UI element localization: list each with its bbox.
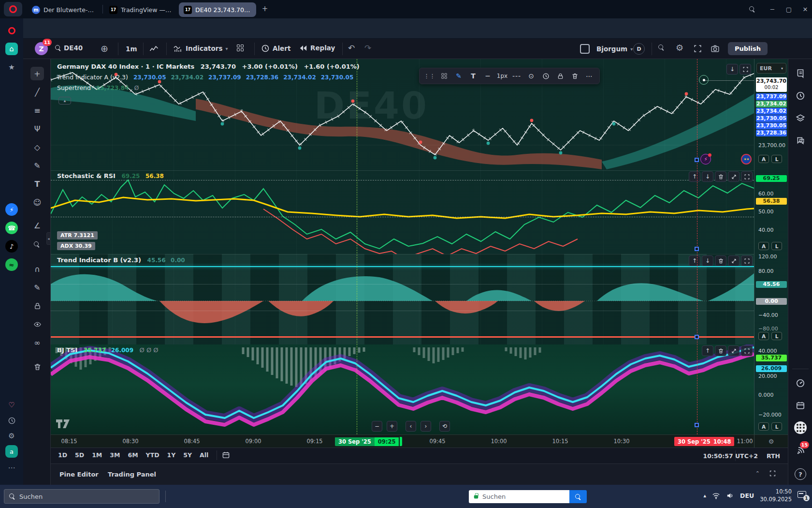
browser-tab-2[interactable]: 17 TradingView — Track All M xyxy=(104,2,177,17)
text-tool-icon[interactable]: T xyxy=(467,70,479,82)
indicator-templates-icon[interactable] xyxy=(237,45,244,51)
object-tree-layers-icon[interactable] xyxy=(794,111,807,125)
emoji-icon[interactable]: ☺ xyxy=(30,195,44,209)
trend-indicator-a-legend[interactable]: Trend Indicator A (v2.3) 23,730.05 23,73… xyxy=(57,74,353,81)
move-pane-up-button[interactable]: ↑ xyxy=(689,171,700,182)
trash-icon[interactable] xyxy=(568,70,581,82)
compare-add-icon[interactable]: ⊕ xyxy=(101,44,108,53)
messenger-icon[interactable]: ⚡ xyxy=(5,203,18,216)
zoom-out-button[interactable]: − xyxy=(372,421,382,432)
delete-pane-button[interactable] xyxy=(715,345,726,356)
range-1d[interactable]: 1D xyxy=(55,449,71,461)
scroll-left-button[interactable]: ‹ xyxy=(406,421,416,432)
line-style-icon[interactable]: ─ xyxy=(481,70,494,82)
restore-pane-button[interactable] xyxy=(741,171,753,182)
taskbar-search-box[interactable]: Suchen xyxy=(4,489,160,504)
pitchfork-icon[interactable]: Ψ xyxy=(30,122,44,135)
search-submit-button[interactable] xyxy=(569,490,587,503)
delete-pane-button[interactable] xyxy=(715,255,726,266)
tab-pine-editor[interactable]: Pine Editor xyxy=(59,471,99,478)
sync-drawings-icon[interactable]: ∞ xyxy=(30,336,44,349)
indicators-button[interactable]: Indicators ▾ xyxy=(173,44,228,53)
scroll-to-realtime-button[interactable]: ↓ xyxy=(726,64,738,75)
move-pane-up-button[interactable]: ↑ xyxy=(702,345,713,356)
range-ytd[interactable]: YTD xyxy=(143,449,163,461)
stochastic-pane-plot[interactable] xyxy=(51,170,754,254)
selection-handle[interactable] xyxy=(695,247,699,251)
hide-drawings-eye-icon[interactable] xyxy=(30,317,44,331)
bjtsi-legend[interactable]: BJ TSI 35.737 26.009 Ø Ø Ø xyxy=(57,346,159,354)
lock-drawings-icon[interactable] xyxy=(30,299,44,313)
supertrend-legend[interactable]: Supertrend 23,723.84 Ø xyxy=(57,84,139,91)
scroll-right-button[interactable]: › xyxy=(420,421,431,432)
market-gauge-icon[interactable] xyxy=(794,376,807,390)
zoom-in-button[interactable]: + xyxy=(387,421,397,432)
visibility-toggle[interactable]: Ø xyxy=(134,84,139,91)
auto-scale-button[interactable]: A xyxy=(758,155,769,163)
stoch-legend[interactable]: Stochastic & RSI 69.25 56.38 xyxy=(57,172,164,179)
range-5d[interactable]: 5D xyxy=(72,449,87,461)
keyboard-language[interactable]: DEU xyxy=(740,492,754,499)
eu-economic-event-icon[interactable]: ✶✶ xyxy=(741,154,752,164)
maximize-pane-button[interactable] xyxy=(740,64,751,75)
clock-utc-label[interactable]: 10:50:57 UTC+2 xyxy=(703,452,758,460)
tab-trading-panel[interactable]: Trading Panel xyxy=(108,471,156,478)
range-5y[interactable]: 5Y xyxy=(180,449,195,461)
layout-grid-icon[interactable] xyxy=(438,70,450,82)
spotify-icon[interactable]: ≈ xyxy=(5,258,18,271)
streams-signal-icon[interactable]: 15 xyxy=(794,444,807,458)
panel-expand-icon[interactable] xyxy=(769,470,776,477)
browser-tab-1[interactable]: m Der Blutwerte-Code: Was xyxy=(27,2,101,17)
main-legend[interactable]: Germany DAX 40 Index · 1 · IC Markets 23… xyxy=(57,63,360,70)
log-scale-button[interactable]: L xyxy=(771,155,782,163)
clock-date[interactable]: 10:50 30.09.2025 xyxy=(760,488,792,503)
range-all[interactable]: All xyxy=(196,449,212,461)
browser-tab-3-active[interactable]: 17 DE40 23,743.70 ▲ +0.01% xyxy=(179,2,256,17)
more-options-icon[interactable]: ⋯ xyxy=(5,462,18,474)
auto-scale-button[interactable]: A xyxy=(758,422,769,431)
stroke-width-label[interactable]: 1px xyxy=(496,70,508,82)
active-brush-icon[interactable]: ✎ xyxy=(452,70,465,82)
event-marker-icon[interactable]: ⚡ xyxy=(700,154,711,164)
trendb-pane-plot[interactable] xyxy=(51,254,754,344)
measure-icon[interactable]: ∠ xyxy=(30,219,44,232)
price-scale[interactable]: EUR▾ 23,743.70 00:02 23,737.09 23,734.02… xyxy=(754,59,788,434)
tab-search-button[interactable] xyxy=(745,3,759,15)
zoom-icon[interactable] xyxy=(30,238,44,252)
snapshot-camera-icon[interactable] xyxy=(710,44,720,53)
visibility-toggles[interactable]: Ø Ø Ø xyxy=(140,346,159,354)
publish-button[interactable]: Publish xyxy=(728,42,768,55)
window-maximize-button[interactable]: ▢ xyxy=(782,3,796,15)
network-wifi-icon[interactable] xyxy=(712,492,720,500)
selection-handle[interactable] xyxy=(695,335,699,339)
log-scale-button[interactable]: L xyxy=(771,242,782,250)
calendar-icon[interactable] xyxy=(794,399,807,412)
notification-center-icon[interactable]: 1 xyxy=(798,491,808,500)
currency-selector[interactable]: EUR▾ xyxy=(756,63,786,74)
window-close-button[interactable]: ✕ xyxy=(798,3,812,15)
chat-icon[interactable] xyxy=(794,134,807,147)
drag-handle-icon[interactable]: ⋮⋮ xyxy=(423,70,436,82)
chart-settings-gear-icon[interactable]: ⚙ xyxy=(676,44,683,52)
remove-drawings-trash-icon[interactable] xyxy=(30,360,44,374)
layout-name-button[interactable]: Bjorgum ▾ xyxy=(596,45,633,53)
selection-handle[interactable] xyxy=(695,423,699,427)
draw-mode-icon[interactable]: ✎ xyxy=(30,281,44,294)
opera-logo-icon[interactable] xyxy=(5,24,18,37)
new-tab-button[interactable]: + xyxy=(260,4,270,14)
chart-type-icon[interactable] xyxy=(149,45,159,53)
crosshair-icon[interactable]: + xyxy=(30,67,44,80)
fullscreen-icon[interactable] xyxy=(693,44,702,53)
toolbar-collapse-arrow[interactable]: ◂ xyxy=(46,232,51,245)
add-alert-icon[interactable] xyxy=(539,70,552,82)
watchlist-icon[interactable] xyxy=(794,67,807,80)
selection-handle[interactable] xyxy=(695,158,699,162)
home-icon[interactable]: ⌂ xyxy=(5,43,18,55)
opera-menu-button[interactable] xyxy=(4,2,22,16)
session-rth-label[interactable]: RTH xyxy=(767,452,780,460)
all-apps-icon[interactable] xyxy=(794,421,807,434)
interval-button[interactable]: 1m xyxy=(126,45,137,53)
alerts-clock-icon[interactable] xyxy=(794,89,807,103)
go-to-date-calendar-icon[interactable] xyxy=(222,451,230,459)
undo-icon[interactable]: ↶ xyxy=(348,44,355,52)
